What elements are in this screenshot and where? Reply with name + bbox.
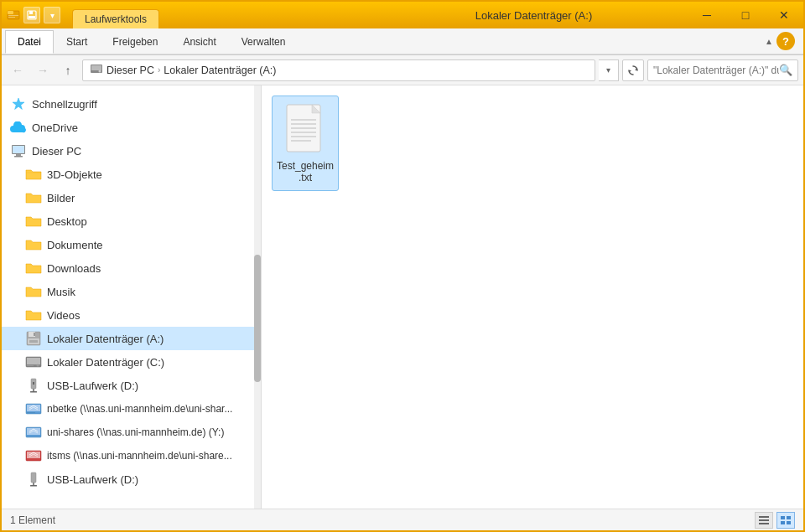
address-dropdown-btn[interactable]: ▾ <box>599 59 619 81</box>
svg-rect-5 <box>29 11 33 14</box>
path-arrow-1: › <box>158 65 160 75</box>
close-button[interactable]: ✕ <box>765 2 803 28</box>
svg-rect-32 <box>27 412 35 413</box>
sidebar-item-videos[interactable]: Videos <box>2 303 261 327</box>
sidebar-label-schnellzugriff: Schnellzugriff <box>32 98 97 111</box>
svg-rect-16 <box>14 156 23 158</box>
sidebar-scrollbar[interactable] <box>254 85 261 509</box>
drive-usb-icon <box>25 377 42 394</box>
refresh-button[interactable] <box>622 59 644 81</box>
title-controls: ─ □ ✕ <box>688 2 803 28</box>
ribbon-collapse-btn[interactable]: ▲ <box>765 37 773 46</box>
sidebar-item-uni-shares[interactable]: uni-shares (\\nas.uni-mannheim.de) (Y:) <box>2 421 261 444</box>
drive-network-red-icon <box>25 447 42 464</box>
sidebar-label-usb-d: USB-Laufwerk (D:) <box>47 380 138 392</box>
sidebar-item-dieser-pc[interactable]: Dieser PC <box>2 139 261 163</box>
svg-rect-6 <box>29 16 35 18</box>
svg-rect-48 <box>759 516 769 518</box>
sidebar-item-laufwerk-a[interactable]: Lokaler Datenträger (A:) <box>2 327 261 350</box>
svg-rect-50 <box>759 523 769 524</box>
sidebar-item-bilder[interactable]: Bilder <box>2 186 261 209</box>
sidebar-item-schnellzugriff[interactable]: Schnellzugriff <box>2 92 261 116</box>
sidebar-label-usb-d-bottom: USB-Laufwerk (D:) <box>47 473 138 486</box>
folder-3d-icon <box>25 166 42 183</box>
sidebar-label-uni-shares: uni-shares (\\nas.uni-mannheim.de) (Y:) <box>47 426 224 438</box>
tab-start[interactable]: Start <box>54 30 100 54</box>
sidebar-label-desktop: Desktop <box>47 215 87 228</box>
ribbon-help: ▲ ? <box>765 28 800 54</box>
svg-rect-3 <box>8 17 15 18</box>
drive-floppy-icon <box>25 330 42 347</box>
sidebar: Schnellzugriff OneDrive <box>2 85 262 509</box>
file-item-test-geheim[interactable]: Test_geheim.txt <box>272 96 339 191</box>
search-box[interactable]: 🔍 <box>647 59 798 81</box>
sidebar-item-itsms[interactable]: itsms (\\nas.uni-mannheim.de\uni-share..… <box>2 444 261 467</box>
folder-downloads-icon <box>25 260 42 276</box>
sidebar-item-3d-objekte[interactable]: 3D-Objekte <box>2 163 261 186</box>
sidebar-label-onedrive: OneDrive <box>32 121 78 134</box>
txt-file-icon <box>282 103 329 157</box>
sidebar-item-usb-d-bottom[interactable]: USB-Laufwerk (D:) <box>2 467 261 491</box>
qat-dropdown-btn[interactable]: ▾ <box>44 7 60 23</box>
window-icon <box>7 8 20 22</box>
view-list-button[interactable] <box>755 512 773 529</box>
sidebar-label-dokumente: Dokumente <box>47 239 102 251</box>
drive-local-icon <box>25 354 42 370</box>
sidebar-item-desktop[interactable]: Desktop <box>2 209 261 233</box>
svg-rect-29 <box>33 382 34 385</box>
star-icon <box>10 96 27 112</box>
sidebar-label-nbetke: nbetke (\\nas.uni-mannheim.de\uni-shar..… <box>47 403 232 415</box>
sidebar-scroll-thumb[interactable] <box>254 255 261 382</box>
sidebar-item-musik[interactable]: Musik <box>2 280 261 303</box>
status-bar-right <box>755 512 795 529</box>
svg-rect-28 <box>30 391 37 393</box>
explorer-window: ▾ Laufwerktools Lokaler Datenträger (A:)… <box>0 0 805 532</box>
folder-musik-icon <box>25 283 42 300</box>
sidebar-item-downloads[interactable]: Downloads <box>2 256 261 280</box>
folder-desktop-icon <box>25 213 42 230</box>
drive-network-icon <box>25 400 42 417</box>
tab-ansicht[interactable]: Ansicht <box>170 30 228 54</box>
tab-verwalten[interactable]: Verwalten <box>229 30 299 54</box>
help-button[interactable]: ? <box>776 32 795 50</box>
svg-rect-19 <box>34 333 35 336</box>
sidebar-inner: Schnellzugriff OneDrive <box>2 85 261 498</box>
sidebar-item-nbetke[interactable]: nbetke (\\nas.uni-mannheim.de\uni-shar..… <box>2 397 261 421</box>
path-dieser-pc[interactable]: Dieser PC <box>106 65 154 76</box>
address-path[interactable]: Dieser PC › Lokaler Datenträger (A:) <box>82 59 595 81</box>
view-icons-button[interactable] <box>776 512 795 529</box>
title-bar: ▾ Laufwerktools Lokaler Datenträger (A:)… <box>2 2 803 28</box>
svg-rect-15 <box>16 154 21 156</box>
folder-dokumente-icon <box>25 236 42 253</box>
svg-rect-25 <box>27 365 34 366</box>
minimize-button[interactable]: ─ <box>688 2 726 28</box>
address-bar: ← → ↑ Dieser PC › Lokaler Datenträger (A… <box>2 55 803 85</box>
svg-rect-37 <box>31 473 36 483</box>
sidebar-label-3d-objekte: 3D-Objekte <box>47 168 102 181</box>
maximize-button[interactable]: □ <box>726 2 765 28</box>
svg-rect-39 <box>30 485 37 487</box>
search-input[interactable] <box>653 65 779 76</box>
sidebar-label-musik: Musik <box>47 286 75 298</box>
path-lokaler-datentraeger[interactable]: Lokaler Datenträger (A:) <box>164 65 276 76</box>
qat-save-btn[interactable] <box>23 7 40 23</box>
search-icon[interactable]: 🔍 <box>779 64 792 76</box>
sidebar-item-dokumente[interactable]: Dokumente <box>2 233 261 256</box>
sidebar-item-laufwerk-c[interactable]: Lokaler Datenträger (C:) <box>2 350 261 374</box>
drive-usb-bottom-icon <box>25 471 42 488</box>
sidebar-label-bilder: Bilder <box>47 192 75 204</box>
sidebar-item-usb-d[interactable]: USB-Laufwerk (D:) <box>2 374 261 397</box>
laufwerktools-tab[interactable]: Laufwerktools <box>72 9 159 28</box>
svg-rect-49 <box>759 519 769 521</box>
tab-datei[interactable]: Datei <box>5 30 54 54</box>
up-button[interactable]: ↑ <box>57 59 79 81</box>
ribbon-tab-row: Datei Start Freigeben Ansicht Verwalten … <box>2 28 803 54</box>
back-button[interactable]: ← <box>7 59 29 81</box>
svg-rect-14 <box>13 146 24 153</box>
tab-freigeben[interactable]: Freigeben <box>100 30 170 54</box>
forward-button[interactable]: → <box>32 59 54 81</box>
sidebar-label-videos: Videos <box>47 309 80 322</box>
sidebar-label-downloads: Downloads <box>47 262 101 275</box>
sidebar-item-onedrive[interactable]: OneDrive <box>2 116 261 139</box>
sidebar-label-itsms: itsms (\\nas.uni-mannheim.de\uni-share..… <box>47 450 232 462</box>
